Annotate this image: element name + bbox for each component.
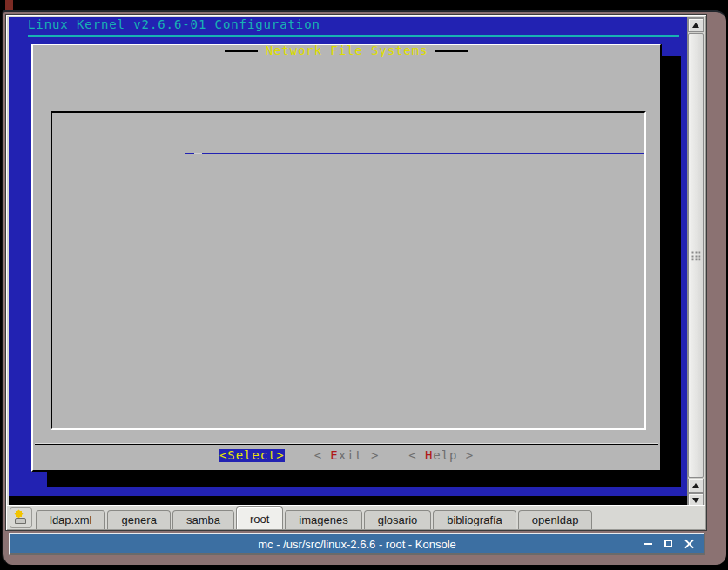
menuconfig-dialog: Network File Systems Arrow keys navigate… [31, 44, 662, 472]
terminal-tab-shape [15, 518, 26, 524]
hotkey-letter: A [219, 245, 226, 245]
instruction-line: features. Press <Esc><Esc> to exit, <?> … [51, 83, 728, 96]
menu-item[interactable]: < > InterMezzo file system support (repl… [56, 219, 644, 232]
session-tab[interactable]: glosario [364, 510, 432, 529]
menu-list[interactable]: < > NFS file system support < > NFS serv… [51, 111, 646, 430]
instruction-line: [ ] excluded <M> module < > module capab… [51, 96, 728, 109]
tab-strip: ldap.xml genera samba root [36, 506, 594, 529]
maximize-button[interactable] [664, 539, 674, 549]
tab-label: bibliografía [447, 513, 502, 526]
hotkey-letter: C [219, 192, 226, 193]
tab-label: samba [186, 513, 220, 526]
tab-label: imagenes [299, 513, 347, 526]
hotkey-letter: D [251, 179, 259, 180]
instruction-line: letters are hotkeys. Pressing <Y> includ… [51, 70, 728, 83]
button-hotkey: E [330, 448, 338, 462]
close-button[interactable] [684, 539, 695, 549]
session-tab[interactable]: ldap.xml [36, 510, 105, 529]
up-arrow-icon [692, 483, 699, 488]
menu-item[interactable]: <M> CIFS support (advanced network files… [56, 180, 644, 193]
tab-label: ldap.xml [50, 513, 91, 526]
menu-item[interactable]: [*] Use a default NLS [56, 154, 644, 167]
title-dash-left [225, 50, 258, 52]
window-title: mc - /usr/src/linux-2.6.6 - root - Konso… [10, 538, 704, 551]
button-hotkey: S [227, 448, 235, 462]
button-hotkey: H [425, 448, 433, 462]
menu-item[interactable]: <M> SMB file system support (to mount Wi… [56, 141, 644, 154]
hotkey-letter: C [226, 205, 234, 206]
hotkey-letter: F [226, 140, 234, 141]
instructions: Arrow keys navigate the menu. <Enter> se… [51, 57, 728, 109]
thumb-grip-icon [691, 251, 701, 260]
button-separator [35, 444, 658, 445]
konsole-window: Linux Kernel v2.6.6-01 Configuration Net… [2, 10, 726, 565]
new-tab-icon [15, 510, 24, 519]
tab-label: genera [121, 513, 156, 526]
hotkey-letter: U [234, 166, 242, 167]
session-tab[interactable]: bibliografía [433, 510, 516, 529]
konsole-frame: Linux Kernel v2.6.6-01 Configuration Net… [5, 14, 707, 531]
tab-bar: ldap.xml genera samba root [7, 505, 705, 529]
maximize-icon [664, 540, 672, 547]
down-arrow-icon [692, 498, 699, 503]
desktop-background: Linux Kernel v2.6.6-01 Configuration Net… [0, 0, 728, 570]
dialog-buttons: <Select> < Exit > < Help > [33, 449, 660, 462]
hotkey-letter: S [219, 153, 226, 154]
hotkey-letter: C [219, 218, 226, 219]
dialog-button[interactable]: < Help > [408, 449, 474, 462]
session-tab[interactable]: root [236, 506, 283, 529]
menu-item[interactable]: < > NFS file system support [56, 115, 644, 128]
session-tab[interactable]: samba [172, 510, 234, 529]
hotkey-letter: I [219, 231, 226, 232]
scrollbar[interactable] [687, 17, 704, 509]
scroll-up-button-bottom[interactable] [688, 479, 704, 493]
menu-item[interactable]: (cp850) Default Remote NLS Option [56, 167, 644, 180]
header-underline [28, 35, 679, 37]
menu-item[interactable]: < > Coda file system support (advanced n… [56, 206, 644, 219]
tab-label: root [250, 513, 269, 526]
scrollbar-thumb[interactable] [688, 33, 704, 478]
menu-item[interactable]: < > NCP file system support (to mount Ne… [56, 193, 644, 206]
menu-item[interactable]: < > NFS server support [56, 128, 644, 141]
tab-label: glosario [378, 513, 418, 526]
minimize-button[interactable] [643, 539, 653, 549]
window-controls [643, 534, 695, 553]
terminal: Linux Kernel v2.6.6-01 Configuration Net… [9, 17, 688, 506]
dialog-title: Network File Systems [258, 44, 436, 57]
cursor-block: M [194, 153, 202, 154]
session-tab[interactable]: imagenes [285, 510, 361, 529]
session-tab[interactable]: genera [107, 510, 170, 529]
window-titlebar[interactable]: mc - /usr/src/linux-2.6.6 - root - Konso… [9, 533, 705, 555]
scroll-up-button[interactable] [688, 18, 704, 32]
dialog-button[interactable]: <Select> [219, 449, 285, 462]
dialog-button[interactable]: < Exit > [314, 449, 380, 462]
instruction-line: Arrow keys navigate the menu. <Enter> se… [51, 57, 728, 70]
session-tab[interactable]: openldap [518, 510, 593, 529]
hotkey-letter: F [226, 127, 234, 128]
tab-label: openldap [532, 513, 579, 526]
minimize-icon [644, 543, 652, 545]
up-arrow-icon [692, 23, 699, 28]
dialog-title-row: Network File Systems [33, 44, 660, 57]
new-tab-button[interactable] [10, 507, 32, 528]
kernel-config-header: Linux Kernel v2.6.6-01 Configuration [28, 18, 320, 31]
menu-item[interactable]: < > Andrew File System support (AFS) (Ex… [56, 232, 644, 245]
title-dash-right [435, 50, 468, 52]
